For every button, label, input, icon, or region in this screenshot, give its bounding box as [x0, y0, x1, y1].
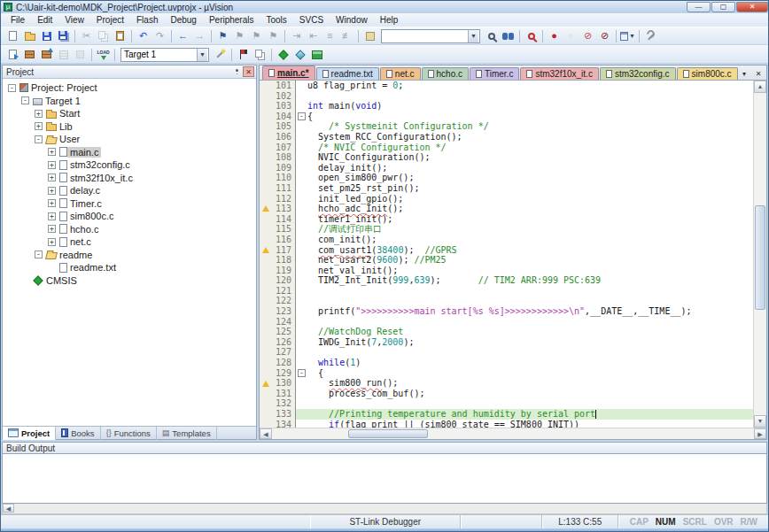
code-line-text[interactable]: {: [307, 112, 753, 122]
code-line-text[interactable]: com_init();: [307, 235, 753, 245]
document-tab-stm32f10x-it-c[interactable]: stm32f10x_it.c: [520, 67, 598, 80]
code-line-text[interactable]: NVIC_Configuration();: [307, 152, 753, 163]
chevron-down-icon[interactable]: ▼: [468, 30, 478, 42]
code-line-text[interactable]: net_usart2(9600); //PM25: [307, 255, 753, 266]
code-line-text[interactable]: [307, 317, 753, 328]
expander-icon[interactable]: +: [48, 173, 56, 181]
code-line-text[interactable]: process_com_buf();: [307, 389, 753, 399]
menu-svcs[interactable]: SVCS: [293, 14, 330, 26]
paste-button[interactable]: [112, 28, 128, 44]
code-line-text[interactable]: //Printing temperature and humidity by s…: [307, 409, 753, 420]
expander-icon[interactable]: +: [48, 199, 56, 207]
expander-icon[interactable]: -: [35, 135, 43, 143]
code-line-text[interactable]: [307, 91, 753, 102]
translate-button[interactable]: [4, 47, 21, 63]
select-packs-button[interactable]: [291, 47, 308, 63]
scroll-left-icon[interactable]: ◀: [3, 504, 14, 513]
code-line-text[interactable]: net_val_init();: [307, 266, 753, 276]
code-line-text[interactable]: IWDG_Init(7,2000);: [307, 337, 753, 348]
workspace-tab-functions[interactable]: {}Functions: [101, 427, 157, 440]
tab-list-dropdown-button[interactable]: ▾: [739, 70, 750, 78]
tree-item-delay-c[interactable]: +delay.c: [3, 184, 256, 197]
menu-file[interactable]: File: [4, 14, 31, 26]
horizontal-scroll-thumb[interactable]: [348, 429, 428, 438]
expander-icon[interactable]: +: [48, 161, 56, 169]
search-input-field[interactable]: [382, 31, 468, 42]
minimize-button[interactable]: —: [687, 2, 711, 12]
menu-window[interactable]: Window: [330, 14, 374, 26]
undo-button[interactable]: ↶: [135, 28, 151, 44]
document-tab-net-c[interactable]: net.c: [380, 67, 421, 80]
menu-tools[interactable]: Tools: [260, 14, 293, 26]
document-tab-sim800c-c[interactable]: sim800c.c: [677, 67, 738, 80]
build-output-scrollbar[interactable]: ◀: [2, 504, 767, 514]
document-tab-readme-txt[interactable]: readme.txt: [316, 67, 379, 80]
editor-vertical-scrollbar[interactable]: ▲ ▼: [753, 81, 766, 428]
menu-peripherals[interactable]: Peripherals: [203, 14, 260, 26]
expander-icon[interactable]: +: [48, 148, 56, 156]
code-line-text[interactable]: {: [307, 368, 753, 379]
file-extensions-button[interactable]: [235, 47, 252, 63]
code-line-text[interactable]: [307, 398, 753, 409]
code-line-text[interactable]: //WatchDog Reset: [307, 327, 753, 337]
download-button[interactable]: [95, 47, 112, 63]
new-file-button[interactable]: [4, 28, 21, 44]
vertical-scroll-thumb[interactable]: [755, 205, 765, 310]
build-button[interactable]: [21, 47, 38, 63]
debug-windows-button[interactable]: ▼: [619, 28, 636, 44]
workspace-tab-books[interactable]: Books: [56, 427, 100, 440]
code-line-text[interactable]: while(1): [307, 358, 753, 368]
tree-item-target-1[interactable]: -Target 1: [3, 95, 256, 108]
close-panel-button[interactable]: ✕: [243, 66, 254, 77]
code-line-text[interactable]: [307, 286, 753, 297]
fold-marker[interactable]: -: [296, 368, 307, 379]
editor-horizontal-scrollbar[interactable]: ◀ ▶: [260, 428, 766, 439]
code-line-text[interactable]: [307, 347, 753, 358]
chevron-down-icon[interactable]: ▼: [197, 49, 207, 61]
code-editor[interactable]: 101u8 flag_print = 0;102103int main(void…: [260, 81, 753, 428]
target-select-field[interactable]: [121, 50, 197, 60]
workspace-tab-project[interactable]: Project: [3, 427, 56, 440]
close-button[interactable]: ✕: [736, 2, 768, 12]
scroll-left-icon[interactable]: ◀: [260, 428, 272, 439]
kill-all-breakpoints-button[interactable]: ⊘: [596, 28, 613, 44]
expander-icon[interactable]: +: [48, 225, 56, 233]
expander-icon[interactable]: +: [48, 187, 56, 195]
code-line-text[interactable]: /* NVIC Configuration */: [307, 143, 753, 153]
tree-item-readme[interactable]: -readme: [3, 249, 256, 262]
navigate-back-button[interactable]: ←: [175, 28, 191, 44]
code-line-text[interactable]: System_RCC_Configuration();: [307, 132, 753, 143]
code-line-text[interactable]: TIM2_Int_Init(999,639); // TIM2 ARR:999 …: [307, 275, 753, 286]
multi-project-button[interactable]: [252, 47, 268, 63]
tree-item-user[interactable]: -User: [3, 133, 256, 146]
menu-help[interactable]: Help: [374, 14, 405, 26]
expander-icon[interactable]: -: [21, 96, 29, 104]
menu-view[interactable]: View: [58, 14, 90, 26]
search-input[interactable]: ▼: [381, 29, 480, 43]
close-document-button[interactable]: ✕: [753, 70, 764, 78]
tree-item-project-project[interactable]: -Project: Project: [3, 81, 256, 95]
document-tab-main-c-[interactable]: main.c*: [262, 66, 315, 80]
code-line-text[interactable]: init_led_gpio();: [307, 194, 753, 204]
expander-icon[interactable]: -: [35, 251, 43, 258]
manage-rte-button[interactable]: [275, 47, 291, 63]
code-line-text[interactable]: delay_init();: [307, 163, 753, 173]
code-line-text[interactable]: printf(">>>>>>>>>>main start[%s %s]>>>>>…: [307, 306, 753, 317]
fold-marker[interactable]: -: [296, 112, 307, 122]
enable-breakpoint-button[interactable]: ●: [563, 28, 579, 44]
scroll-right-icon[interactable]: ▶: [754, 428, 766, 439]
find-button[interactable]: [523, 28, 540, 44]
pin-icon[interactable]: [231, 66, 243, 77]
tree-item-timer-c[interactable]: +Timer.c: [3, 197, 256, 211]
incremental-find-button[interactable]: [483, 28, 500, 44]
code-line-text[interactable]: open_sim800_pwr();: [307, 173, 753, 183]
build-output-content[interactable]: [2, 454, 767, 504]
expander-icon[interactable]: +: [48, 238, 56, 246]
code-line-text[interactable]: timer1_init();: [307, 214, 753, 225]
code-line-text[interactable]: [307, 296, 753, 306]
menu-flash[interactable]: Flash: [130, 14, 164, 26]
code-line-text[interactable]: com_usart1(38400); //GPRS: [307, 245, 753, 256]
target-select[interactable]: ▼: [120, 48, 209, 62]
toggle-breakpoint-button[interactable]: ●: [546, 28, 563, 44]
code-line-text[interactable]: sim800_run();: [307, 378, 753, 389]
